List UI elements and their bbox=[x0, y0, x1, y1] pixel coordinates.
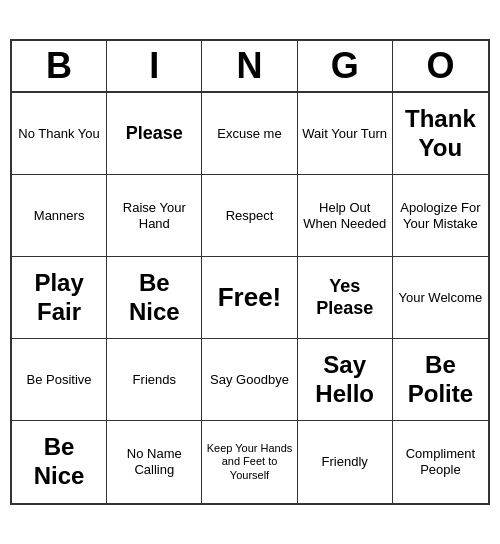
header-letter: B bbox=[12, 41, 107, 91]
bingo-cell: Help Out When Needed bbox=[298, 175, 393, 257]
bingo-cell: Compliment People bbox=[393, 421, 488, 503]
bingo-cell: Free! bbox=[202, 257, 297, 339]
bingo-cell: Yes Please bbox=[298, 257, 393, 339]
bingo-cell: No Name Calling bbox=[107, 421, 202, 503]
bingo-cell: Apologize For Your Mistake bbox=[393, 175, 488, 257]
bingo-cell: Friends bbox=[107, 339, 202, 421]
bingo-cell: Manners bbox=[12, 175, 107, 257]
bingo-cell: Please bbox=[107, 93, 202, 175]
bingo-cell: Keep Your Hands and Feet to Yourself bbox=[202, 421, 297, 503]
bingo-cell: Be Polite bbox=[393, 339, 488, 421]
bingo-grid: No Thank YouPleaseExcuse meWait Your Tur… bbox=[12, 93, 488, 503]
bingo-card: BINGO No Thank YouPleaseExcuse meWait Yo… bbox=[10, 39, 490, 505]
bingo-cell: Your Welcome bbox=[393, 257, 488, 339]
bingo-cell: Raise Your Hand bbox=[107, 175, 202, 257]
bingo-header: BINGO bbox=[12, 41, 488, 93]
bingo-cell: Be Nice bbox=[107, 257, 202, 339]
header-letter: I bbox=[107, 41, 202, 91]
bingo-cell: Say Goodbye bbox=[202, 339, 297, 421]
bingo-cell: Wait Your Turn bbox=[298, 93, 393, 175]
bingo-cell: Friendly bbox=[298, 421, 393, 503]
bingo-cell: No Thank You bbox=[12, 93, 107, 175]
header-letter: G bbox=[298, 41, 393, 91]
header-letter: N bbox=[202, 41, 297, 91]
bingo-cell: Thank You bbox=[393, 93, 488, 175]
header-letter: O bbox=[393, 41, 488, 91]
bingo-cell: Play Fair bbox=[12, 257, 107, 339]
bingo-cell: Be Positive bbox=[12, 339, 107, 421]
bingo-cell: Respect bbox=[202, 175, 297, 257]
bingo-cell: Excuse me bbox=[202, 93, 297, 175]
bingo-cell: Be Nice bbox=[12, 421, 107, 503]
bingo-cell: Say Hello bbox=[298, 339, 393, 421]
